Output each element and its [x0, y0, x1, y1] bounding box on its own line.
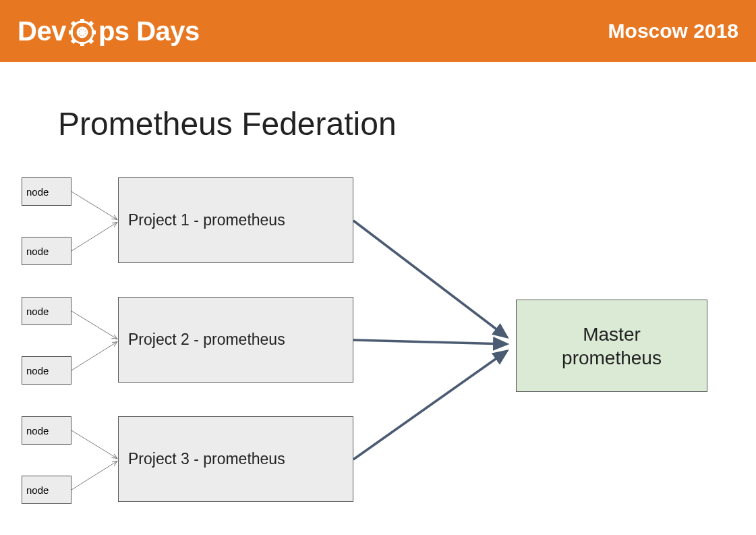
- brand-prefix: Dev: [18, 16, 66, 47]
- svg-rect-11: [88, 21, 94, 26]
- node-box: node: [22, 476, 71, 504]
- node-box: node: [22, 297, 71, 325]
- project-box: Project 3 - prometheus: [118, 416, 353, 502]
- node-box: node: [22, 356, 71, 385]
- svg-rect-7: [80, 42, 84, 46]
- slide-header: Dev: [0, 0, 756, 62]
- svg-line-18: [71, 430, 117, 458]
- svg-line-16: [71, 311, 117, 339]
- master-label: Master prometheus: [562, 322, 662, 370]
- svg-line-17: [71, 342, 117, 370]
- svg-line-14: [71, 192, 117, 219]
- brand-logo: Dev: [18, 16, 200, 47]
- node-box: node: [22, 416, 71, 445]
- svg-line-19: [71, 461, 117, 490]
- svg-line-21: [353, 340, 507, 344]
- svg-rect-9: [92, 30, 96, 34]
- svg-rect-6: [80, 19, 84, 23]
- svg-rect-13: [88, 38, 94, 44]
- svg-line-20: [353, 221, 507, 337]
- project-box: Project 2 - prometheus: [118, 297, 353, 383]
- project-box: Project 1 - prometheus: [118, 177, 353, 263]
- slide-title: Prometheus Federation: [58, 105, 397, 142]
- brand-suffix: ps Days: [98, 16, 200, 47]
- gear-icon: [67, 18, 97, 47]
- svg-line-15: [71, 223, 117, 251]
- diagram-arrows: [0, 0, 756, 535]
- svg-rect-12: [71, 38, 76, 44]
- master-box: Master prometheus: [516, 300, 707, 392]
- node-box: node: [22, 237, 71, 265]
- svg-rect-8: [69, 30, 73, 34]
- svg-line-22: [353, 351, 507, 459]
- location-year: Moscow 2018: [608, 20, 738, 43]
- svg-rect-10: [71, 21, 76, 26]
- node-box: node: [22, 177, 71, 206]
